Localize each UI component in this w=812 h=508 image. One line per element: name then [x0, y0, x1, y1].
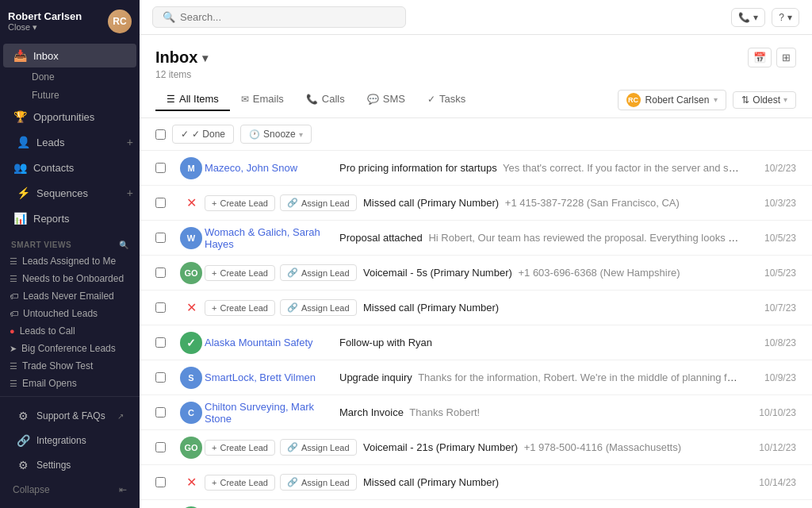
sidebar-item-inbox[interactable]: 📥 Inbox — [3, 44, 136, 67]
row-date: 10/2/23 — [741, 163, 796, 174]
done-button[interactable]: ✓ ✓ Done — [172, 125, 234, 144]
topbar: 🔍 📞 ▾ ? ▾ — [140, 0, 812, 35]
plus-icon: + — [212, 303, 216, 313]
sidebar-item-done[interactable]: Done — [25, 68, 136, 86]
snooze-button[interactable]: 🕐 Snooze ▾ — [240, 125, 312, 144]
row-checkbox[interactable] — [155, 302, 166, 313]
table-row[interactable]: W Womach & Galich, Sarah Hayes Proposal … — [140, 221, 812, 256]
table-row[interactable]: GO + Create Lead 🔗 Assign Lead Voicemail… — [140, 256, 812, 291]
smart-view-big-conference[interactable]: ➤ Big Conference Leads — [0, 340, 140, 357]
table-row[interactable]: S SmartLock, Brett Vilmen Upgrade inquir… — [140, 360, 812, 395]
create-lead-button[interactable]: + Create Lead — [205, 440, 275, 456]
smart-view-leads-assigned[interactable]: ☰ Leads Assigned to Me — [0, 252, 140, 270]
link-icon: 🔗 — [287, 477, 298, 487]
assign-lead-button[interactable]: 🔗 Assign Lead — [280, 439, 357, 456]
sidebar-item-opportunities[interactable]: 🏆 Opportunities — [3, 105, 136, 129]
assign-lead-button[interactable]: 🔗 Assign Lead — [280, 194, 357, 211]
close-button[interactable]: Close ▾ — [8, 22, 82, 33]
sidebar-item-integrations[interactable]: 🔗 Integrations — [6, 429, 133, 452]
table-row[interactable]: ✓ Waystar Send proposal docs 10/15/23 — [140, 500, 812, 508]
sidebar-item-reports[interactable]: 📊 Reports — [3, 206, 136, 230]
row-avatar: S — [178, 367, 205, 389]
row-date: 10/9/23 — [741, 372, 796, 383]
row-preview: Hi Robert, Our team has reviewed the pro… — [428, 232, 741, 244]
table-row[interactable]: ✕ + Create Lead 🔗 Assign Lead Missed cal… — [140, 291, 812, 325]
row-preview: Thanks Robert! — [409, 406, 480, 418]
tab-calls[interactable]: 📞 Calls — [295, 88, 356, 111]
smart-view-never-emailed[interactable]: 🏷 Leads Never Emailed — [0, 287, 140, 305]
row-preview: +1 603-696-6368 (New Hampshire) — [518, 267, 680, 279]
create-lead-button[interactable]: + Create Lead — [205, 300, 275, 316]
row-sender[interactable]: Mazeco, John Snow — [205, 162, 339, 174]
row-sender[interactable]: Chilton Surveying, Mark Stone — [205, 401, 339, 425]
row-avatar: W — [178, 227, 205, 249]
tab-all-items[interactable]: ☰ All Items — [155, 88, 230, 111]
smart-views-search-icon[interactable]: 🔍 — [119, 241, 129, 249]
sidebar-item-settings[interactable]: ⚙ Settings — [6, 453, 133, 477]
create-lead-button[interactable]: + Create Lead — [205, 195, 275, 211]
sort-dropdown-icon: ▾ — [783, 95, 787, 104]
row-checkbox[interactable] — [155, 163, 166, 173]
avatar-circle: W — [180, 227, 202, 249]
smart-view-untouched[interactable]: 🏷 Untouched Leads — [0, 305, 140, 322]
row-sender[interactable]: Alaska Mountain Safety — [205, 337, 339, 348]
row-checkbox[interactable] — [155, 477, 166, 487]
table-row[interactable]: M Mazeco, John Snow Pro pricing informat… — [140, 151, 812, 186]
row-checkbox[interactable] — [155, 442, 166, 452]
sidebar-item-support[interactable]: ⚙ Support & FAQs ↗ — [6, 404, 133, 428]
smart-view-leads-to-call[interactable]: ● Leads to Call — [0, 322, 140, 340]
row-checkbox[interactable] — [155, 267, 166, 278]
assign-lead-button[interactable]: 🔗 Assign Lead — [280, 474, 357, 491]
table-row[interactable]: ✕ + Create Lead 🔗 Assign Lead Missed cal… — [140, 186, 812, 221]
table-row[interactable]: ✕ + Create Lead 🔗 Assign Lead Missed cal… — [140, 465, 812, 500]
row-avatar: GO — [178, 262, 205, 284]
select-all-checkbox[interactable] — [155, 129, 166, 140]
sidebar-item-leads[interactable]: 👤 Leads — [6, 130, 121, 154]
tab-tasks[interactable]: ✓ Tasks — [416, 88, 477, 111]
help-button[interactable]: ? ▾ — [772, 8, 799, 27]
sidebar-item-future[interactable]: Future — [25, 87, 136, 104]
row-preview: Thanks for the information, Robert. We'r… — [418, 371, 741, 383]
tab-sms[interactable]: 💬 SMS — [356, 88, 416, 111]
smart-view-trade-show[interactable]: ☰ Trade Show Test — [0, 357, 140, 375]
avatar-circle: M — [180, 157, 202, 179]
row-checkbox[interactable] — [155, 198, 166, 208]
table-row[interactable]: C Chilton Surveying, Mark Stone March In… — [140, 395, 812, 430]
create-lead-button[interactable]: + Create Lead — [205, 475, 275, 491]
row-checkbox[interactable] — [155, 337, 166, 348]
assign-lead-button[interactable]: 🔗 Assign Lead — [280, 299, 357, 316]
row-checkbox-area — [155, 198, 178, 208]
table-row[interactable]: GO + Create Lead 🔗 Assign Lead Voicemail… — [140, 430, 812, 465]
smart-view-needs-onboarded[interactable]: ☰ Needs to be Onboarded — [0, 270, 140, 287]
search-input[interactable] — [180, 11, 396, 23]
leads-add-button[interactable]: + — [124, 133, 136, 152]
row-sender[interactable]: Womach & Galich, Sarah Hayes — [205, 226, 339, 250]
calendar-view-button[interactable]: 📅 — [748, 48, 772, 67]
phone-button[interactable]: 📞 ▾ — [731, 8, 765, 27]
row-date: 10/14/23 — [741, 477, 796, 488]
sort-button[interactable]: ⇅ Oldest ▾ — [733, 91, 796, 109]
sidebar-item-sequences[interactable]: ⚡ Sequences — [6, 181, 121, 205]
collapse-button[interactable]: Collapse ⇤ — [3, 478, 136, 502]
row-content: Voicemail - 21s (Primary Number) +1 978-… — [363, 441, 741, 453]
title-dropdown-icon[interactable]: ▾ — [202, 52, 208, 64]
row-checkbox-area — [155, 337, 178, 348]
sequences-row: ⚡ Sequences + — [0, 180, 140, 206]
user-filter-button[interactable]: RC Robert Carlsen ▾ — [618, 90, 727, 110]
grid-view-button[interactable]: ⊞ — [776, 48, 796, 67]
assign-lead-button[interactable]: 🔗 Assign Lead — [280, 264, 357, 281]
create-lead-button[interactable]: + Create Lead — [205, 265, 275, 281]
tab-emails[interactable]: ✉ Emails — [230, 88, 295, 111]
sidebar-item-contacts[interactable]: 👥 Contacts — [3, 156, 136, 179]
table-area: ✓ ✓ Done 🕐 Snooze ▾ M Mazeco, John Snow … — [140, 118, 812, 508]
row-sender[interactable]: SmartLock, Brett Vilmen — [205, 371, 339, 383]
table-row[interactable]: ✓ Alaska Mountain Safety Follow-up with … — [140, 325, 812, 360]
row-checkbox[interactable] — [155, 233, 166, 243]
search-box[interactable]: 🔍 — [152, 6, 406, 28]
row-checkbox[interactable] — [155, 372, 166, 383]
row-checkbox-area — [155, 477, 178, 487]
row-checkbox[interactable] — [155, 407, 166, 418]
smart-view-email-opens[interactable]: ☰ Email Opens — [0, 375, 140, 392]
sequences-add-button[interactable]: + — [124, 183, 136, 202]
tabs: ☰ All Items ✉ Emails 📞 Calls 💬 SMS — [155, 88, 477, 111]
